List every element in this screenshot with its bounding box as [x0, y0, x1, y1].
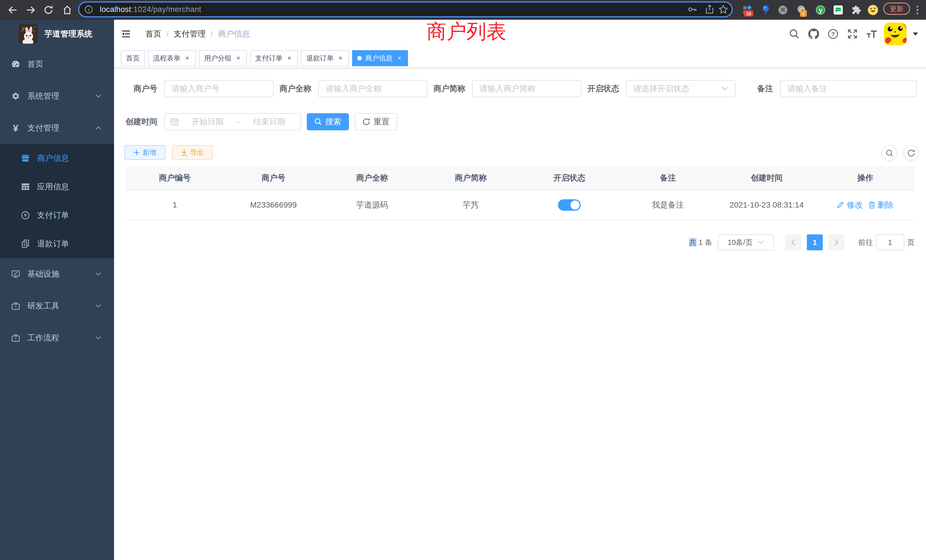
jump-prefix: 前往 — [858, 238, 873, 247]
close-icon[interactable]: × — [235, 55, 242, 62]
page-jump-input[interactable]: 1 — [876, 235, 904, 250]
extension-y-icon[interactable]: y — [814, 0, 828, 20]
merchant-short-name-input[interactable]: 请输入商户简称 — [472, 80, 582, 97]
button-label: 搜索 — [325, 117, 341, 127]
chevron-right-icon — [834, 239, 839, 246]
extension-proxy-icon[interactable]: 1 — [795, 0, 808, 20]
sidebar-item-label: 研发工具 — [27, 301, 59, 311]
logo-avatar — [19, 24, 38, 44]
sidebar-item-dev-tools[interactable]: 研发工具 — [0, 290, 114, 322]
prev-page-button[interactable] — [785, 235, 801, 250]
link-label: 修改 — [847, 200, 863, 210]
close-icon[interactable]: × — [337, 55, 344, 62]
tab-merchant-info[interactable]: 商户信息× — [352, 50, 408, 66]
sidebar-item-home[interactable]: 首页 — [0, 48, 114, 80]
browser-profile-avatar[interactable] — [866, 0, 880, 20]
next-page-button[interactable] — [829, 235, 844, 250]
browser-back-button[interactable] — [5, 0, 21, 20]
sidebar-item-infra[interactable]: 基础设施 — [0, 258, 114, 290]
merchant-full-name-input[interactable]: 请输入商户全称 — [318, 80, 428, 97]
close-icon[interactable]: × — [184, 55, 191, 62]
filter-label-short-name: 商户简称 — [428, 80, 472, 97]
sidebar-item-app-info[interactable]: 应用信息 — [0, 173, 114, 201]
address-bar[interactable]: localhost:1024/pay/merchant — [78, 2, 733, 17]
sidebar-logo[interactable]: 芋道管理系统 — [0, 20, 114, 48]
tab-user-group[interactable]: 用户分组× — [199, 50, 247, 66]
browser-update-button[interactable]: 更新 — [883, 3, 910, 15]
col-status[interactable]: 开启状态 — [520, 166, 619, 190]
delete-link[interactable]: 删除 — [869, 200, 894, 210]
calendar-icon — [171, 118, 179, 126]
col-remark[interactable]: 备注 — [619, 166, 717, 190]
help-button[interactable]: ? — [823, 20, 843, 48]
sidebar-item-label: 退款订单 — [37, 238, 69, 249]
hamburger-icon[interactable] — [121, 29, 130, 38]
sidebar-item-merchant-info[interactable]: 商户信息 — [0, 144, 114, 173]
site-info-icon[interactable] — [85, 5, 93, 14]
create-time-range-picker[interactable]: 开始日期 - 结束日期 — [164, 113, 301, 130]
breadcrumb-pay[interactable]: 支付管理 — [174, 29, 206, 39]
show-search-toggle-button[interactable] — [882, 145, 897, 161]
tab-label: 首页 — [126, 54, 140, 63]
browser-reload-button[interactable] — [41, 0, 56, 20]
refresh-table-button[interactable] — [903, 145, 919, 161]
status-switch[interactable] — [558, 199, 581, 211]
tab-home[interactable]: 首页 — [121, 50, 145, 66]
extension-chat-icon[interactable] — [831, 0, 845, 20]
browser-home-button[interactable] — [59, 0, 75, 20]
breadcrumb-current: 商户信息 — [218, 29, 250, 39]
close-icon[interactable]: × — [396, 55, 403, 62]
chevron-down-icon — [95, 304, 101, 308]
col-full-name[interactable]: 商户全称 — [323, 166, 421, 190]
search-button[interactable]: 搜索 — [307, 113, 349, 130]
extension-blocker-icon[interactable]: 10 — [741, 0, 754, 20]
col-merchant-no[interactable]: 商户号 — [224, 166, 323, 190]
sidebar-item-workflow[interactable]: 工作流程 — [0, 322, 114, 354]
github-button[interactable] — [804, 20, 823, 48]
table-row: 1 M233666999 芋道源码 芋艿 我是备注 2021-10-23 08:… — [126, 190, 915, 220]
sidebar-item-refund-order[interactable]: 退款订单 — [0, 230, 114, 258]
breadcrumb-home[interactable]: 首页 — [145, 29, 161, 39]
sidebar-item-system[interactable]: 系统管理 — [0, 80, 114, 112]
yen-icon: ¥ — [11, 123, 20, 133]
browser-menu-button[interactable] — [911, 0, 924, 20]
tab-refund-order[interactable]: 退款订单× — [301, 50, 349, 66]
sidebar-item-pay[interactable]: ¥ 支付管理 — [0, 112, 114, 144]
tab-process-form[interactable]: 流程表单× — [148, 50, 196, 66]
page-size-select[interactable]: 10条/页 — [718, 235, 774, 250]
jump-suffix: 页 — [907, 238, 915, 247]
font-size-button[interactable] — [862, 20, 882, 48]
browser-forward-button[interactable] — [23, 0, 39, 20]
col-short-name[interactable]: 商户简称 — [421, 166, 520, 190]
status-select[interactable]: 请选择开启状态 — [626, 80, 735, 97]
reset-button[interactable]: 重置 — [355, 113, 398, 130]
page-number-1[interactable]: 1 — [807, 235, 823, 250]
bookmark-star-icon[interactable] — [719, 5, 728, 14]
fullscreen-button[interactable] — [843, 20, 862, 48]
search-icon — [886, 150, 893, 157]
extensions-puzzle-icon[interactable] — [850, 0, 863, 20]
add-button[interactable]: 新增 — [124, 145, 165, 160]
sidebar-item-pay-order[interactable]: ¥ 支付订单 — [0, 201, 114, 230]
app-title: 芋道管理系统 — [44, 29, 92, 39]
share-icon[interactable] — [705, 5, 714, 14]
extension-balloon-icon[interactable] — [759, 0, 773, 20]
edit-pen-icon — [837, 201, 844, 209]
user-menu[interactable] — [884, 23, 918, 45]
col-merchant-id[interactable]: 商户编号 — [126, 166, 224, 190]
edit-link[interactable]: 修改 — [837, 200, 863, 210]
col-create-time[interactable]: 创建时间 — [717, 166, 816, 190]
sidebar-item-label: 基础设施 — [27, 269, 59, 279]
placeholder-text: 请输入商户全称 — [325, 83, 381, 94]
password-key-icon[interactable] — [688, 5, 698, 14]
remark-input[interactable]: 请输入备注 — [780, 80, 917, 97]
merchant-no-input[interactable]: 请输入商户号 — [164, 80, 274, 97]
button-label: 导出 — [190, 148, 204, 157]
sidebar: 芋道管理系统 首页 — [0, 20, 114, 560]
header-search-button[interactable] — [785, 20, 804, 48]
col-actions[interactable]: 操作 — [816, 166, 915, 190]
close-icon[interactable]: × — [286, 55, 293, 62]
extension-command-icon[interactable]: ⌘ — [776, 0, 790, 20]
export-button[interactable]: 导出 — [172, 145, 213, 160]
tab-pay-order[interactable]: 支付订单× — [250, 50, 298, 66]
